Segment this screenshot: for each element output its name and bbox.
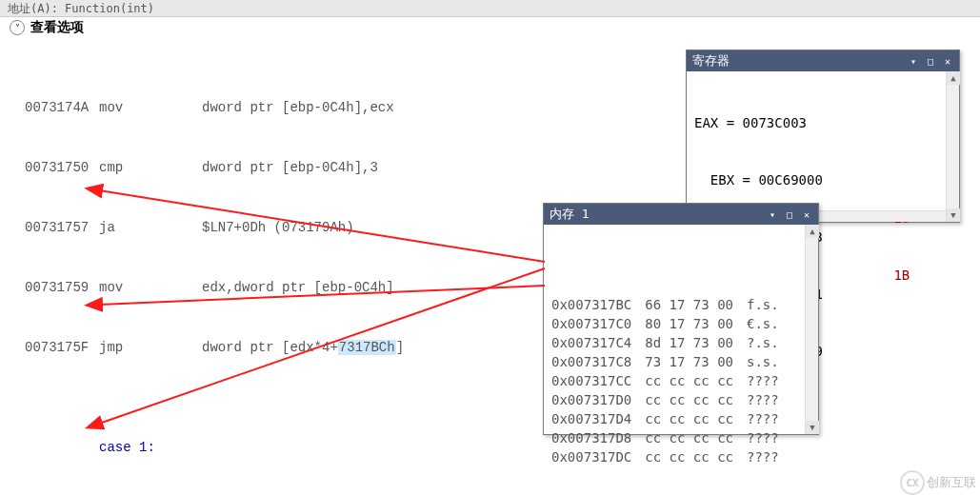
watermark-icon: CX <box>900 470 925 495</box>
watermark: CX 创新互联 <box>900 470 976 495</box>
asm-line: 00731757ja$LN7+0Dh (073179Ah) <box>25 218 426 238</box>
asm-line: 00731750cmpdword ptr [ebp-0C4h],3 <box>25 158 426 178</box>
options-label: 查看选项 <box>30 19 84 36</box>
memory-row: 0x007317D0cc cc cc cc???? <box>551 390 810 409</box>
scrollbar-vertical[interactable]: ▲ ▼ <box>805 225 818 434</box>
scroll-down-icon[interactable]: ▼ <box>806 421 819 434</box>
memory-row: 0x007317D8cc cc cc cc???? <box>551 428 810 447</box>
maximize-icon[interactable]: □ <box>784 208 795 220</box>
maximize-icon[interactable]: □ <box>925 55 936 67</box>
dropdown-icon[interactable]: ▾ <box>767 208 778 220</box>
memory-panel[interactable]: 内存 1 ▾ □ ✕ 0x007317BC66 17 73 00f.s.0x00… <box>543 203 819 435</box>
memory-row: 0x007317C48d 17 73 00?.s. <box>551 333 810 352</box>
register-fragment: 1B <box>893 266 942 285</box>
options-row: ˅ 查看选项 <box>0 17 980 38</box>
asm-line: 00731759movedx,dword ptr [ebp-0C4h] <box>25 278 426 298</box>
memory-row: 0x007317C873 17 73 00s.s. <box>551 352 810 371</box>
scrollbar-vertical[interactable]: ▲ ▼ <box>946 71 959 222</box>
memory-titlebar[interactable]: 内存 1 ▾ □ ✕ <box>544 204 818 225</box>
close-icon[interactable]: ✕ <box>942 55 953 67</box>
asm-line: 0073174Amovdword ptr [ebp-0C4h],ecx <box>25 98 426 118</box>
scroll-up-icon[interactable]: ▲ <box>806 225 819 238</box>
memory-title: 内存 1 <box>550 206 590 223</box>
expand-toggle-icon[interactable]: ˅ <box>10 20 25 35</box>
scroll-down-icon[interactable]: ▼ <box>947 208 960 222</box>
asm-line: 0073175Fjmpdword ptr [edx*4+7317BCh] <box>25 338 426 358</box>
scroll-up-icon[interactable]: ▲ <box>947 71 960 85</box>
highlighted-address[interactable]: 7317BCh <box>338 340 396 355</box>
registers-title: 寄存器 <box>692 52 730 69</box>
memory-row: 0x007317D4cc cc cc cc???? <box>551 409 810 428</box>
close-icon[interactable]: ✕ <box>801 208 812 220</box>
disassembly-area[interactable]: 0073174Amovdword ptr [ebp-0C4h],ecx 0073… <box>25 38 426 495</box>
address-text: 地址(A): Function(int) <box>8 2 154 15</box>
case-label: case 1: <box>25 438 426 458</box>
memory-row: 0x007317C080 17 73 00€.s. <box>551 314 810 333</box>
memory-row: 0x007317DCcc cc cc cc???? <box>551 447 810 466</box>
memory-row: 0x007317CCcc cc cc cc???? <box>551 371 810 390</box>
register-row: EAX = 0073C003 <box>694 113 951 132</box>
address-bar: 地址(A): Function(int) <box>0 0 980 17</box>
registers-panel[interactable]: 寄存器 ▾ □ ✕ EAX = 0073C003 EBX = 00C69000 … <box>686 50 960 223</box>
watermark-text: 创新互联 <box>927 474 976 491</box>
dropdown-icon[interactable]: ▾ <box>908 55 919 67</box>
registers-titlebar[interactable]: 寄存器 ▾ □ ✕ <box>687 50 959 71</box>
memory-row: 0x007317BC66 17 73 00f.s. <box>551 295 810 314</box>
